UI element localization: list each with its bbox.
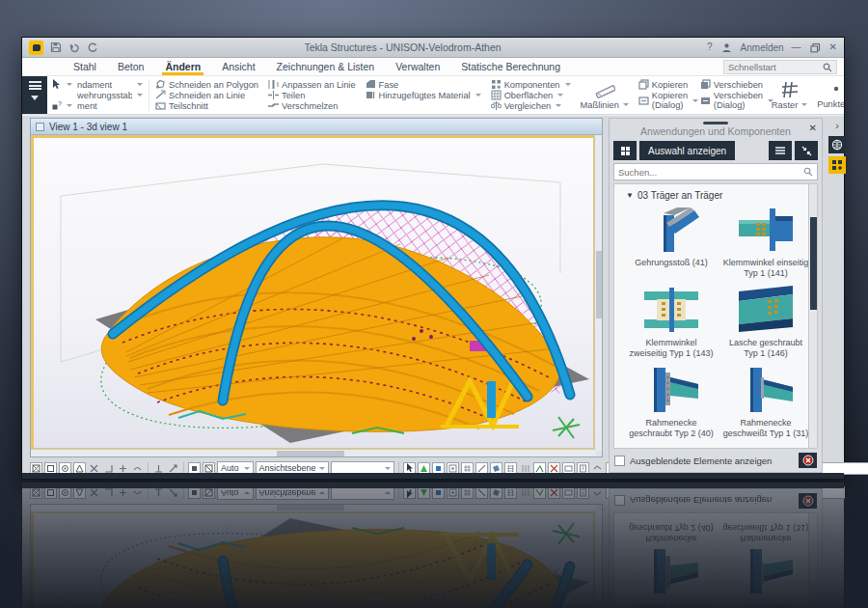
components-button[interactable]: Komponenten <box>491 79 571 90</box>
query-tool-button[interactable]: ? <box>52 100 68 111</box>
minimize-button[interactable]: — <box>792 42 801 52</box>
dimension-lines-button[interactable]: Maßlinien <box>576 76 634 114</box>
component-item[interactable]: Lasche geschraubt Typ 1 (146) <box>719 284 808 358</box>
panel-title: Anwendungen und Komponenten <box>640 125 791 137</box>
show-selection-button[interactable]: Auswahl anzeigen <box>639 141 735 160</box>
component-item[interactable] <box>719 444 808 448</box>
component-search-input[interactable] <box>618 167 800 178</box>
close-button[interactable]: ✕ <box>829 42 837 52</box>
component-item[interactable]: Rahmenecke geschraubt Typ 2 (40) <box>624 364 719 438</box>
component-group-header[interactable]: ▼ 03 Träger an Träger <box>626 190 808 201</box>
undo-icon[interactable] <box>68 41 80 54</box>
axis-marker <box>553 417 580 438</box>
component-list: ▼ 03 Träger an Träger Gehrungsstoß (41 <box>613 183 818 449</box>
search-icon <box>823 63 832 72</box>
svg-text:?: ? <box>58 101 62 107</box>
points-button[interactable]: Punkte <box>812 76 844 114</box>
tekla-logo-icon[interactable] <box>29 41 43 55</box>
thumbnail-view-button[interactable] <box>613 141 637 160</box>
file-menu-button[interactable] <box>22 76 47 114</box>
tab-stahl[interactable]: Stahl <box>63 58 107 75</box>
component-item[interactable] <box>624 444 719 448</box>
split-button[interactable]: Teilen <box>268 90 356 100</box>
tab-verwalten[interactable]: Verwalten <box>385 58 450 75</box>
redo-icon[interactable] <box>86 41 98 54</box>
combine-icon <box>268 100 279 111</box>
cut-polygon-button[interactable]: Schneiden an Polygon <box>155 79 258 90</box>
close-panel-button[interactable] <box>799 453 817 468</box>
panel-close-button[interactable]: ✕ <box>809 123 817 133</box>
save-icon[interactable] <box>49 41 62 54</box>
chamfer-icon <box>366 79 376 90</box>
tab-statische-berechnung[interactable]: Statische Berechnung <box>450 58 571 75</box>
component-item[interactable]: Rahmenecke geschweißt Typ 1 (31) <box>719 364 808 438</box>
components-pane-button[interactable] <box>828 156 846 174</box>
move-icon <box>700 79 711 90</box>
grid-button[interactable]: Raster <box>767 76 812 114</box>
ribbon-item-bewehrungsstab[interactable]: wehrungsstab <box>77 90 143 100</box>
window-title: Tekla Structures - UNISON-Velodrom-Athen <box>104 41 701 53</box>
component-item[interactable]: Klemmwinkel einseitig Typ 1 (141) <box>719 204 808 278</box>
cut-line-button[interactable]: Schneiden an Linie <box>155 90 258 100</box>
titlebar: Tekla Structures - UNISON-Velodrom-Athen… <box>22 38 844 58</box>
view-title: View 1 - 3d view 1 <box>49 122 127 132</box>
combine-button[interactable]: Verschmelzen <box>268 100 356 111</box>
user-icon[interactable] <box>720 41 733 54</box>
ribbon-item-element[interactable]: ment <box>77 100 143 111</box>
component-search[interactable] <box>613 163 818 180</box>
quickstart-input[interactable] <box>728 62 819 72</box>
compare-button[interactable]: Vergleichen <box>491 100 571 111</box>
fit-line-icon <box>268 79 279 90</box>
part-cut-icon <box>155 100 166 111</box>
chamfer-button[interactable]: Fase <box>366 79 481 90</box>
copy-dialog-button[interactable]: Kopieren (Dialog) <box>638 90 691 111</box>
viewport-hscrollbar[interactable] <box>31 449 596 456</box>
panel-drag-handle[interactable] <box>703 122 728 124</box>
component-item[interactable]: Gehrungsstoß (41) <box>624 204 719 278</box>
tree-collapse-icon[interactable]: ▼ <box>626 191 634 200</box>
model-3d-scene <box>34 138 593 448</box>
copy-button[interactable]: Kopieren <box>638 79 691 90</box>
component-thumbnail <box>639 204 703 256</box>
surfaces-button[interactable]: Oberflächen <box>491 90 571 100</box>
added-material-button[interactable]: Hinzugefügtes Material <box>366 90 481 100</box>
grid-icon <box>781 81 799 98</box>
part-cut-button[interactable]: Teilschnitt <box>155 100 258 111</box>
ribbon-item-fundament[interactable]: ndament <box>77 79 143 90</box>
tab-aendern[interactable]: Ändern <box>154 58 211 75</box>
view-titlebar[interactable]: View 1 - 3d view 1 <box>31 119 602 135</box>
tab-zeichnungen-listen[interactable]: Zeichnungen & Listen <box>266 58 386 75</box>
cursor-icon <box>52 79 62 90</box>
component-list-scrollbar[interactable] <box>808 184 817 448</box>
window-reflection: Tekla Structures - UNISON-Velodrom-Athen… <box>21 482 845 608</box>
move-dialog-button[interactable]: Verschieben (Dialog) <box>700 90 762 111</box>
reference-models-button[interactable] <box>828 136 846 153</box>
model-viewport[interactable] <box>31 135 596 451</box>
collapse-panel-button[interactable] <box>795 141 818 160</box>
show-hidden-checkbox[interactable] <box>614 456 625 466</box>
chevron-down-icon <box>31 96 39 100</box>
panel-header[interactable]: Anwendungen und Komponenten ✕ <box>610 119 822 138</box>
expand-pane-icon[interactable]: › <box>835 120 839 131</box>
viewport-vscrollbar[interactable] <box>594 135 602 451</box>
dimension-icon <box>594 81 615 98</box>
ribbon-tab-row: Stahl Beton Ändern Ansicht Zeichnungen &… <box>22 58 844 76</box>
component-thumbnail <box>734 284 798 336</box>
restore-button[interactable] <box>809 41 822 54</box>
tab-ansicht[interactable]: Ansicht <box>211 58 265 75</box>
help-icon[interactable]: ? <box>707 42 713 52</box>
split-icon <box>268 90 279 100</box>
point-icon <box>829 82 843 97</box>
search-icon <box>803 167 813 177</box>
signin-button[interactable]: Anmelden <box>741 42 784 53</box>
move-button[interactable]: Verschieben <box>700 79 762 90</box>
fit-to-line-button[interactable]: Anpassen an Linie <box>268 79 356 90</box>
quickstart-search[interactable] <box>723 60 837 74</box>
select-tool-button[interactable] <box>52 79 68 90</box>
component-item[interactable]: Klemmwinkel zweiseitig Typ 1 (143) <box>624 284 719 358</box>
list-menu-button[interactable] <box>769 141 792 160</box>
component-thumbnail <box>639 364 703 416</box>
show-hidden-label: Ausgeblendete Elemente anzeigen <box>630 456 794 466</box>
red-close-icon <box>802 455 814 466</box>
tab-beton[interactable]: Beton <box>107 58 154 75</box>
